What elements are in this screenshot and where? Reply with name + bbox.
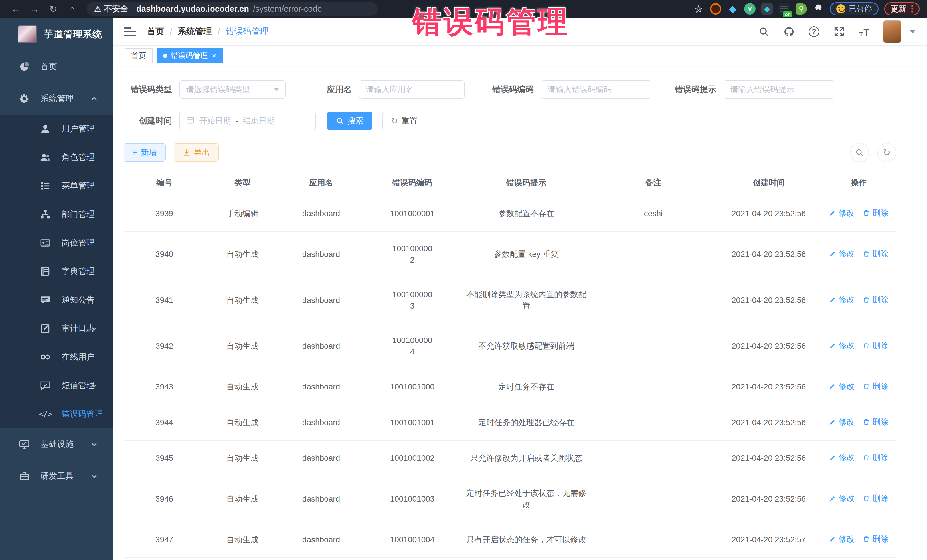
home-icon[interactable]: ⌂: [64, 2, 81, 15]
edit-link[interactable]: 修改: [829, 533, 854, 545]
edit-link[interactable]: 修改: [829, 452, 854, 463]
tag-error-code[interactable]: 错误码管理 ×: [157, 49, 223, 63]
extension-orange-icon[interactable]: [710, 3, 721, 15]
app-logo-avatar: [18, 25, 36, 43]
delete-link[interactable]: 删除: [863, 452, 888, 463]
delete-link[interactable]: 删除: [863, 493, 888, 504]
sidebar-item-menus[interactable]: 菜单管理: [0, 171, 112, 200]
extension-switch-icon[interactable]: on: [778, 3, 790, 15]
table-row: 3942自动生成 dashboard100100000 4 不允许获取敏感配置到…: [123, 323, 896, 369]
font-size-icon[interactable]: TT: [858, 25, 871, 38]
warning-icon: ⚠: [94, 4, 101, 14]
delete-link[interactable]: 删除: [863, 533, 888, 545]
close-tag-icon[interactable]: ×: [212, 52, 216, 60]
book-icon: [39, 266, 52, 277]
sidebar-item-error-code[interactable]: </> 错误码管理: [0, 400, 112, 428]
extension-vue-icon[interactable]: V: [744, 3, 755, 15]
gear-icon: [18, 93, 31, 104]
search-icon[interactable]: [758, 25, 770, 38]
create-time-label: 创建时间: [123, 115, 172, 127]
table-row: 3946自动生成 dashboard1001001003 定时任务已经处于该状态…: [123, 476, 896, 522]
users-icon: [39, 152, 52, 163]
edit-link[interactable]: 修改: [829, 493, 854, 504]
delete-link[interactable]: 删除: [863, 294, 888, 305]
sidebar-item-sms[interactable]: 短信管理: [0, 371, 112, 400]
sidebar-item-system[interactable]: 系统管理: [0, 83, 112, 115]
search-button[interactable]: 搜索: [327, 112, 372, 130]
extension-grid-icon[interactable]: ◈: [761, 3, 773, 15]
page-header: 首页 / 系统管理 / 错误码管理 ? TT: [112, 18, 927, 46]
emoji-face-icon: [836, 4, 845, 14]
app-name-input[interactable]: [366, 85, 458, 94]
start-date-placeholder[interactable]: 开始日期: [199, 115, 231, 126]
breadcrumb-current: 错误码管理: [226, 26, 269, 37]
browser-menu-icon[interactable]: [911, 5, 913, 12]
chevron-down-icon: [90, 325, 98, 332]
help-icon[interactable]: ?: [808, 25, 820, 38]
forward-icon[interactable]: →: [26, 2, 43, 15]
calendar-icon: [186, 116, 195, 126]
user-avatar[interactable]: [883, 20, 901, 43]
not-secure-warning[interactable]: ⚠不安全: [94, 3, 128, 14]
reload-icon[interactable]: ↻: [45, 2, 62, 15]
edit-link[interactable]: 修改: [829, 340, 854, 351]
edit-link[interactable]: 修改: [829, 294, 854, 305]
collapse-sidebar-icon[interactable]: [124, 26, 137, 37]
col-header-msg: 错误码提示: [462, 170, 590, 196]
sidebar-item-dictionary[interactable]: 字典管理: [0, 257, 112, 286]
app-logo-row[interactable]: 芋道管理系统: [0, 18, 112, 51]
sidebar-item-users[interactable]: 用户管理: [0, 115, 112, 143]
edit-link[interactable]: 修改: [829, 416, 854, 428]
table-header-row: 编号 类型 应用名 错误码编码 错误码提示 备注 创建时间 操作: [123, 170, 896, 196]
monitor-icon: [18, 439, 31, 450]
reset-button[interactable]: ↻ 重置: [383, 112, 426, 130]
delete-link[interactable]: 删除: [863, 381, 888, 392]
delete-link[interactable]: 删除: [863, 416, 888, 428]
avatar-caret-icon[interactable]: [910, 30, 916, 33]
extension-key-icon[interactable]: ⚲: [795, 3, 807, 15]
edit-link[interactable]: 修改: [829, 248, 854, 260]
sidebar-item-roles[interactable]: 角色管理: [0, 143, 112, 171]
delete-link[interactable]: 删除: [863, 248, 888, 260]
sidebar-item-infrastructure[interactable]: 基础设施: [0, 428, 112, 460]
sidebar-item-home[interactable]: 首页: [0, 51, 112, 83]
breadcrumb-home[interactable]: 首页: [147, 26, 164, 37]
export-button[interactable]: 导出: [174, 143, 219, 162]
paused-extension-badge[interactable]: 已暂停: [830, 2, 878, 15]
browser-update-button[interactable]: 更新: [884, 2, 919, 15]
refresh-table-button[interactable]: ↻: [877, 143, 896, 162]
toggle-search-button[interactable]: [850, 143, 869, 162]
delete-link[interactable]: 删除: [863, 340, 888, 351]
github-icon[interactable]: [783, 25, 795, 38]
fullscreen-icon[interactable]: [833, 25, 845, 38]
error-msg-input-wrap: [723, 80, 834, 99]
edit-link[interactable]: 修改: [829, 381, 854, 392]
sidebar-item-notices[interactable]: 通知公告: [0, 286, 112, 314]
error-type-select[interactable]: 请选择错误码类型: [179, 80, 286, 99]
message-check-icon: [39, 380, 52, 391]
filter-row-1: 错误码类型 请选择错误码类型 应用名 错误码编码 错误码提示: [123, 80, 927, 99]
address-bar[interactable]: ⚠不安全 dashboard.yudao.iocoder.cn/system/e…: [87, 2, 378, 16]
date-range-picker[interactable]: 开始日期 - 结束日期: [179, 112, 316, 130]
error-code-input[interactable]: [548, 85, 644, 94]
delete-link[interactable]: 删除: [863, 207, 888, 219]
sidebar-item-posts[interactable]: 岗位管理: [0, 229, 112, 257]
bookmark-star-icon[interactable]: ☆: [693, 3, 704, 15]
edit-link[interactable]: 修改: [829, 207, 854, 219]
sidebar-item-online-users[interactable]: 在线用户: [0, 343, 112, 371]
breadcrumb-system[interactable]: 系统管理: [178, 26, 212, 37]
end-date-placeholder[interactable]: 结束日期: [243, 115, 275, 126]
sidebar-item-departments[interactable]: 部门管理: [0, 200, 112, 229]
tag-home[interactable]: 首页: [125, 49, 153, 63]
back-icon[interactable]: ←: [8, 2, 24, 15]
error-code-label: 错误码编码: [485, 84, 534, 95]
extensions-puzzle-icon[interactable]: [813, 3, 824, 15]
announcement-icon: [39, 294, 52, 305]
error-msg-input[interactable]: [730, 85, 828, 94]
extension-gem-icon[interactable]: ◆: [727, 3, 739, 15]
add-button[interactable]: + 新增: [123, 143, 166, 162]
code-icon: </>: [39, 410, 52, 419]
sidebar-item-dev-tools[interactable]: 研发工具: [0, 460, 112, 492]
sidebar-item-audit-log[interactable]: 审计日志: [0, 314, 112, 343]
table-row: 3941自动生成 dashboard100100000 3 不能删除类型为系统内…: [123, 278, 896, 323]
